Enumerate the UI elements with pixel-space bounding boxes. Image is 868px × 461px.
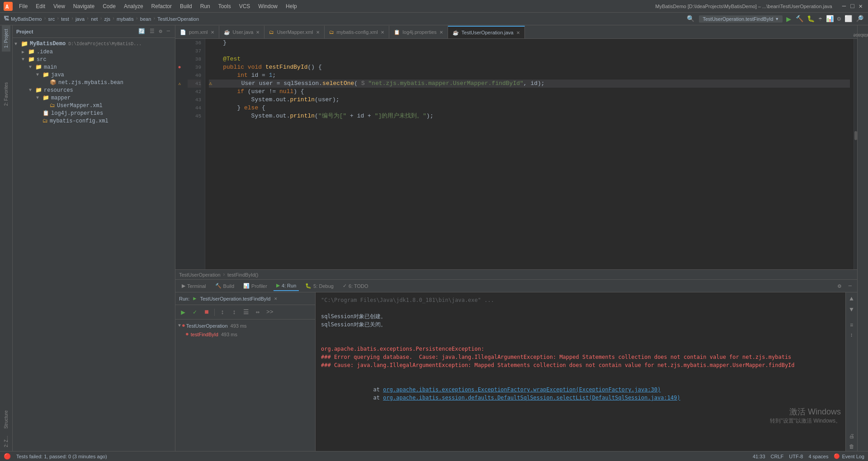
tab-log4j-close[interactable]: ✕ [439, 30, 443, 35]
menu-item-build[interactable]: Build [176, 2, 196, 10]
autoscroll-button[interactable]: ↕ [849, 331, 854, 339]
run-config-name[interactable]: TestUserOperation.testFindById [200, 296, 270, 301]
tab-usermapper-xml[interactable]: 🗂 UserMapper.xml ✕ [264, 26, 324, 38]
tree-item-src[interactable]: ▼ 📁 src [13, 56, 175, 63]
scroll-up-button[interactable]: ▲ [849, 294, 854, 303]
tree-item-package[interactable]: ▶ 📦 net.zjs.mybatis.bean [13, 79, 175, 86]
menu-item-navigate[interactable]: Navigate [70, 2, 98, 10]
menu-item-window[interactable]: Window [255, 2, 281, 10]
full-screen-button[interactable]: ⬜ [844, 15, 852, 23]
menu-item-file[interactable]: File [15, 2, 31, 10]
toolbar-zjs[interactable]: zjs [104, 16, 110, 22]
toolbar-mybatis[interactable]: mybatis [117, 16, 134, 22]
status-spaces[interactable]: 4 spaces [808, 454, 828, 459]
tab-mybatis-config[interactable]: 🗂 mybatis-config.xml ✕ [325, 26, 389, 38]
tab-testuseroperation-java[interactable]: ☕ TestUserOperation.java ✕ [448, 26, 525, 38]
test-item-findbyd[interactable]: ● testFindById 493 ms [175, 330, 315, 339]
tab-pom-xml[interactable]: 📄 pom.xml ✕ [175, 26, 219, 38]
minimize-button[interactable]: ─ [840, 3, 848, 10]
close-button[interactable]: ✕ [857, 2, 864, 10]
status-crlf[interactable]: CRLF [771, 454, 784, 459]
code-content[interactable]: } @Test public void testFindById() { int… [205, 39, 854, 269]
project-panel-close-button[interactable]: — [165, 28, 171, 35]
menu-item-view[interactable]: View [50, 2, 69, 10]
search-everywhere-icon[interactable]: 🔍 [687, 15, 694, 23]
diff-button[interactable]: ⇔ [253, 307, 263, 317]
scroll-down-button[interactable]: ▼ [849, 305, 854, 314]
eb-method[interactable]: testFindById() [227, 272, 258, 278]
toolbar-test[interactable]: test [61, 16, 69, 22]
menu-item-edit[interactable]: Edit [32, 2, 49, 10]
run-config-dropdown[interactable]: TestUserOperation.testFindById ▼ [699, 15, 783, 23]
project-settings-button[interactable]: ⚙ [158, 28, 164, 35]
sidebar-tab-project[interactable]: 1: Project [2, 25, 10, 52]
coverage-button[interactable]: ☂ [818, 15, 822, 23]
tree-item-java[interactable]: ▼ 📁 java [13, 71, 175, 79]
rerun-failed-button[interactable]: ✓ [190, 307, 200, 317]
default-sql-session-link[interactable]: org.apache.ibatis.session.defaults.Defau… [383, 395, 680, 401]
rerun-button[interactable]: ▶ [178, 307, 188, 317]
status-charset[interactable]: UTF-8 [789, 454, 803, 459]
wrap-lines-button[interactable]: ≡ [849, 321, 854, 329]
toolbar-bean[interactable]: bean [140, 16, 151, 22]
tab-user-close[interactable]: ✕ [256, 30, 259, 35]
tab-user-java[interactable]: ☕ User.java ✕ [219, 26, 265, 38]
toolbar-java[interactable]: java [75, 16, 85, 22]
tree-item-idea[interactable]: ▶ 📁 .idea [13, 48, 175, 56]
sidebar-tab-database[interactable]: Database [849, 29, 868, 39]
sync-project-button[interactable]: 🔄 [137, 28, 146, 35]
sidebar-tab-favorites[interactable]: 2: Favorites [2, 79, 10, 109]
tab-debug[interactable]: 🐛 5: Debug [302, 281, 336, 291]
tab-terminal[interactable]: ▶ Terminal [179, 281, 209, 291]
menu-item-vcs[interactable]: VCS [236, 2, 254, 10]
code-editor[interactable]: ● ⚠ 36 37 38 39 40 41 42 43 44 45 [175, 39, 857, 269]
tab-log4j-properties[interactable]: 📋 log4j.properties ✕ [389, 26, 448, 38]
tab-profiler[interactable]: 📊 Profiler [241, 281, 270, 291]
status-event-log[interactable]: 🔴 Event Log [834, 453, 864, 459]
tab-usermapper-close[interactable]: ✕ [316, 30, 320, 35]
tab-todo[interactable]: ✓ 6: TODO [340, 281, 371, 291]
tree-item-resources[interactable]: ▼ 📁 resources [13, 86, 175, 94]
breakpoint-icon[interactable]: ● [176, 63, 183, 71]
tree-item-main[interactable]: ▼ 📁 main [13, 63, 175, 71]
stop-button[interactable]: ■ [202, 307, 212, 317]
run-button[interactable]: ▶ [786, 14, 791, 24]
sort-duration-button[interactable]: ↕ [229, 307, 239, 317]
sidebar-tab-structure[interactable]: Structure [2, 407, 10, 433]
tree-item-root[interactable]: ▼ 📁 MyBatisDemo D:\IdeaProjects\MyBatisD… [13, 40, 175, 48]
tree-item-log4j[interactable]: ▶ 📋 log4j.properties [13, 109, 175, 117]
profile-button[interactable]: 📊 [826, 15, 834, 23]
tab-testuseroperation-close[interactable]: ✕ [516, 30, 520, 35]
output-line-link1[interactable]: at org.apache.ibatis.exceptions.Exceptio… [321, 377, 840, 386]
tab-run[interactable]: ▶ 4: Run [274, 281, 299, 291]
status-position[interactable]: 41:33 [753, 454, 765, 459]
tab-pom-close[interactable]: ✕ [211, 30, 214, 35]
exception-factory-link[interactable]: org.apache.ibatis.exceptions.ExceptionFa… [383, 386, 660, 393]
tree-item-usermapper-xml[interactable]: ▶ 🗂 UserMapper.xml [13, 102, 175, 109]
menu-item-tools[interactable]: Tools [215, 2, 235, 10]
build-button[interactable]: 🔨 [796, 15, 803, 23]
search-icon[interactable]: 🔎 [856, 15, 863, 23]
run-output[interactable]: "C:\Program Files\Java\jdk1.8.0_181\bin\… [316, 292, 845, 451]
print-button[interactable]: 🖨 [848, 432, 855, 441]
delete-output-button[interactable]: 🗑 [848, 442, 855, 451]
menu-item-code[interactable]: Code [99, 2, 119, 10]
test-item-root[interactable]: ▼ ● TestUserOperation 493 ms [175, 321, 315, 330]
debug-button[interactable]: 🐛 [807, 15, 815, 23]
tab-mybatis-config-close[interactable]: ✕ [381, 30, 384, 35]
run-panel-settings-icon[interactable]: ⚙ [838, 282, 841, 290]
toolbar-mybatisdemo[interactable]: MyBatisDemo [11, 16, 42, 22]
tree-item-mybatis-config[interactable]: ▶ 🗂 mybatis-config.xml [13, 117, 175, 125]
toolbar-net[interactable]: net [91, 16, 98, 22]
menu-item-help[interactable]: Help [282, 2, 301, 10]
maximize-button[interactable]: □ [849, 3, 856, 10]
sidebar-tab-z[interactable]: 2: Z... [2, 432, 10, 451]
run-config2-button[interactable]: ⚙ [837, 15, 841, 23]
tree-item-mapper[interactable]: ▼ 📁 mapper [13, 94, 175, 102]
menu-item-refactor[interactable]: Refactor [148, 2, 175, 10]
toolbar-testuseroperation[interactable]: TestUserOperation [157, 16, 199, 22]
collapse-all-button[interactable]: ☰ [148, 28, 156, 35]
menu-item-analyze[interactable]: Analyze [120, 2, 147, 10]
tab-build[interactable]: 🔨 Build [212, 281, 237, 291]
toolbar-src[interactable]: src [48, 16, 55, 22]
